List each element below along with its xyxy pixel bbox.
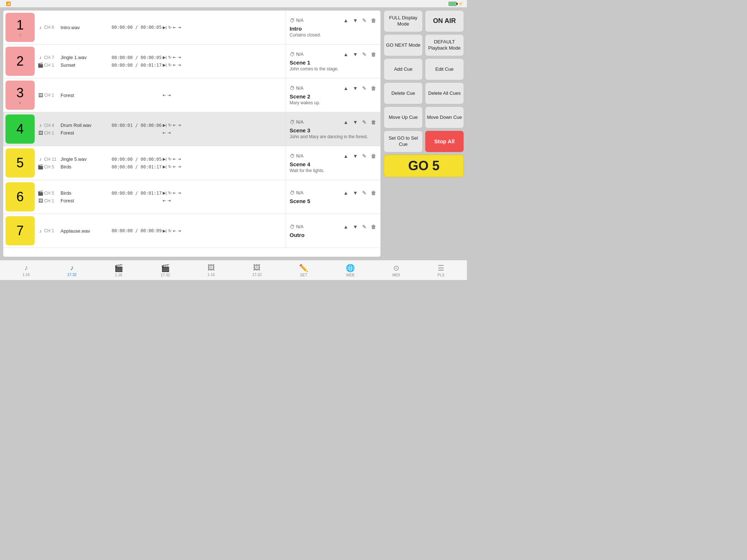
skip-fwd-icon[interactable]: ⇥ bbox=[178, 157, 181, 162]
loop-icon[interactable]: ↻ bbox=[168, 229, 171, 233]
skip-fwd-icon[interactable]: ⇥ bbox=[178, 229, 181, 233]
move-down-icon[interactable]: ▼ bbox=[352, 118, 359, 126]
cue-row-2[interactable]: 2♪CH 7Jingle 1.wav00:00:00 / 00:00:05▶|↻… bbox=[3, 44, 380, 78]
delete-all-cues-button[interactable]: Delete All Cues bbox=[425, 82, 464, 104]
go-button[interactable]: GO 5 bbox=[384, 155, 464, 177]
set-go-to-sel-cue-button[interactable]: Set GO to Sel Cue bbox=[384, 131, 423, 152]
play-pause-icon[interactable]: ▶| bbox=[163, 157, 167, 162]
delete-icon[interactable]: 🗑 bbox=[370, 152, 377, 160]
play-pause-icon[interactable]: ▶| bbox=[163, 191, 167, 195]
skip-fwd-icon[interactable]: ⇥ bbox=[167, 198, 171, 203]
delete-icon[interactable]: 🗑 bbox=[370, 189, 377, 197]
full-display-mode-button[interactable]: FULL Display Mode bbox=[384, 10, 423, 32]
stop-all-button[interactable]: Stop All bbox=[425, 131, 464, 152]
loop-icon[interactable]: ↻ bbox=[168, 191, 171, 195]
skip-fwd-icon[interactable]: ⇥ bbox=[178, 123, 181, 128]
edit-icon[interactable]: ✎ bbox=[361, 223, 367, 230]
edit-icon[interactable]: ✎ bbox=[361, 118, 367, 126]
move-down-icon[interactable]: ▼ bbox=[352, 17, 359, 24]
cue-row-1[interactable]: 1⊙♪CH 6Intro.wav00:00:00 / 00:00:05▶|↻⇤⇥… bbox=[3, 11, 380, 44]
move-up-icon[interactable]: ▲ bbox=[342, 17, 349, 24]
loop-icon[interactable]: ↻ bbox=[168, 63, 171, 67]
tab-item-web[interactable]: 🌐WEB bbox=[343, 262, 358, 279]
skip-fwd-icon[interactable]: ⇥ bbox=[178, 191, 181, 195]
delete-icon[interactable]: 🗑 bbox=[370, 223, 377, 230]
cue-row-4[interactable]: 4♪CH 4Drum Roll.wav00:00:01 / 00:00:06▶|… bbox=[3, 112, 380, 146]
skip-fwd-icon[interactable]: ⇥ bbox=[167, 131, 171, 135]
on-air-button[interactable]: ON AIR bbox=[425, 10, 464, 32]
skip-back-icon[interactable]: ⇤ bbox=[173, 164, 176, 169]
play-pause-icon[interactable]: ▶| bbox=[163, 63, 167, 67]
play-pause-icon[interactable]: ▶| bbox=[163, 164, 167, 169]
edit-cue-button[interactable]: Edit Cue bbox=[425, 58, 464, 80]
track-time: 00:00:00 / 00:00:05 bbox=[112, 25, 163, 30]
edit-icon[interactable]: ✎ bbox=[361, 152, 367, 160]
move-up-icon[interactable]: ▲ bbox=[342, 51, 349, 58]
tab-item-17-32[interactable]: 🖼17-32 bbox=[249, 262, 265, 278]
move-down-icon[interactable]: ▼ bbox=[352, 85, 359, 92]
track-filename: Birds bbox=[61, 190, 112, 196]
loop-icon[interactable]: ↻ bbox=[168, 25, 171, 30]
cue-row-5[interactable]: 5♪CH 11Jingle 5.wav00:00:00 / 00:00:05▶|… bbox=[3, 146, 380, 180]
tab-item-midi[interactable]: ⊙MIDI bbox=[390, 262, 403, 279]
skip-back-icon[interactable]: ⇤ bbox=[163, 93, 166, 98]
skip-fwd-icon[interactable]: ⇥ bbox=[178, 164, 181, 169]
play-pause-icon[interactable]: ▶| bbox=[163, 229, 167, 233]
move-up-icon[interactable]: ▲ bbox=[342, 223, 349, 230]
play-pause-icon[interactable]: ▶| bbox=[163, 55, 167, 60]
skip-back-icon[interactable]: ⇤ bbox=[173, 123, 176, 128]
tab-item-set[interactable]: ✏️SET bbox=[296, 262, 311, 279]
move-up-cue-button[interactable]: Move Up Cue bbox=[384, 106, 423, 128]
skip-back-icon[interactable]: ⇤ bbox=[163, 131, 166, 135]
delete-cue-button[interactable]: Delete Cue bbox=[384, 82, 423, 104]
loop-icon[interactable]: ↻ bbox=[168, 164, 171, 169]
loop-icon[interactable]: ↻ bbox=[168, 55, 171, 60]
edit-icon[interactable]: ✎ bbox=[361, 85, 367, 92]
cue-row-6[interactable]: 6🎬CH 5Birds00:00:00 / 00:01:17▶|↻⇤⇥🖼CH 1… bbox=[3, 180, 380, 214]
tab-item-1-16[interactable]: 🖼1-16 bbox=[205, 262, 218, 278]
tab-item-17-32[interactable]: 🎬17-32 bbox=[158, 262, 173, 279]
skip-fwd-icon[interactable]: ⇥ bbox=[178, 25, 181, 30]
delete-icon[interactable]: 🗑 bbox=[370, 118, 377, 126]
move-down-icon[interactable]: ▼ bbox=[352, 152, 359, 160]
skip-back-icon[interactable]: ⇤ bbox=[173, 191, 176, 195]
skip-back-icon[interactable]: ⇤ bbox=[173, 229, 176, 233]
loop-icon[interactable]: ↻ bbox=[168, 157, 171, 162]
move-up-icon[interactable]: ▲ bbox=[342, 189, 349, 197]
play-pause-icon[interactable]: ▶| bbox=[163, 25, 167, 30]
play-pause-icon[interactable]: ▶| bbox=[163, 123, 167, 128]
move-down-cue-button[interactable]: Move Down Cue bbox=[425, 106, 464, 128]
tab-item-pls[interactable]: ☰PLS bbox=[435, 262, 448, 279]
cue-row-3[interactable]: 3▼🖼CH 1Forest⇤⇥⏱N/A▲▼✎🗑Scene 2Mary wakes… bbox=[3, 78, 380, 112]
cue-row-7[interactable]: 7♪CH 1Applause.wav00:00:00 / 00:00:09▶|↻… bbox=[3, 214, 380, 248]
move-down-icon[interactable]: ▼ bbox=[352, 189, 359, 197]
skip-fwd-icon[interactable]: ⇥ bbox=[178, 55, 181, 60]
skip-back-icon[interactable]: ⇤ bbox=[173, 157, 176, 162]
edit-icon[interactable]: ✎ bbox=[361, 51, 367, 58]
edit-icon[interactable]: ✎ bbox=[361, 189, 367, 197]
cue-list[interactable]: 1⊙♪CH 6Intro.wav00:00:00 / 00:00:05▶|↻⇤⇥… bbox=[3, 10, 381, 257]
tab-item-1-16[interactable]: ♪1-16 bbox=[19, 262, 32, 278]
move-up-icon[interactable]: ▲ bbox=[342, 152, 349, 160]
skip-back-icon[interactable]: ⇤ bbox=[173, 55, 176, 60]
timer-value: N/A bbox=[296, 18, 303, 23]
tab-item-1-16[interactable]: 🎬1-16 bbox=[111, 262, 126, 279]
delete-icon[interactable]: 🗑 bbox=[370, 51, 377, 58]
default-playback-mode-button[interactable]: DEFAULT Playback Mode bbox=[425, 34, 464, 56]
delete-icon[interactable]: 🗑 bbox=[370, 85, 377, 92]
move-up-icon[interactable]: ▲ bbox=[342, 118, 349, 126]
delete-icon[interactable]: 🗑 bbox=[370, 17, 377, 24]
skip-back-icon[interactable]: ⇤ bbox=[163, 198, 166, 203]
move-up-icon[interactable]: ▲ bbox=[342, 85, 349, 92]
skip-back-icon[interactable]: ⇤ bbox=[173, 25, 176, 30]
edit-icon[interactable]: ✎ bbox=[361, 17, 367, 24]
skip-back-icon[interactable]: ⇤ bbox=[173, 63, 176, 67]
go-next-mode-button[interactable]: GO NEXT Mode bbox=[384, 34, 423, 56]
move-down-icon[interactable]: ▼ bbox=[352, 223, 359, 230]
skip-fwd-icon[interactable]: ⇥ bbox=[178, 63, 181, 67]
add-cue-button[interactable]: Add Cue bbox=[384, 58, 423, 80]
loop-icon[interactable]: ↻ bbox=[168, 123, 171, 128]
skip-fwd-icon[interactable]: ⇥ bbox=[167, 93, 171, 98]
move-down-icon[interactable]: ▼ bbox=[352, 51, 359, 58]
tab-item-17-32[interactable]: ♪17-32 bbox=[64, 262, 80, 278]
